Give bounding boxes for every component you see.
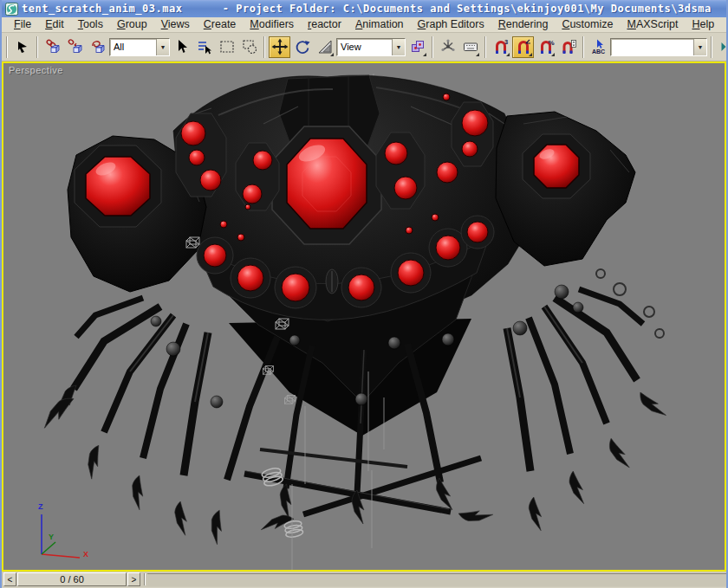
selection-filter-combo[interactable]: All ▼ [109, 38, 170, 56]
spinner-snap-magnet-icon [560, 38, 577, 55]
viewport-label[interactable]: Perspective [9, 65, 63, 75]
black-arrow-icon [14, 38, 31, 55]
svg-text:3: 3 [504, 38, 508, 46]
chevron-down-icon[interactable]: ▼ [392, 39, 405, 55]
menu-graph-editors[interactable]: Graph Editors [411, 17, 491, 32]
scale-icon [316, 38, 334, 55]
select-by-name-icon [196, 38, 213, 55]
time-slider-bar: < 0 / 60 > [2, 572, 726, 587]
unlink-selection-button[interactable] [64, 36, 86, 58]
rotate-arrow-icon [294, 38, 311, 55]
coord-system-value: View [337, 39, 392, 55]
3dsmax-app-icon[interactable] [5, 3, 18, 16]
title-bar: tent_scratch_anim_03.max - Project Folde… [2, 0, 726, 17]
select-and-manipulate-button[interactable] [437, 36, 458, 58]
unlink-selection-icon [67, 38, 84, 55]
menu-rendering[interactable]: Rendering [491, 17, 556, 32]
named-sets-icon: ABC [590, 38, 608, 55]
previous-frame-button[interactable]: < [3, 572, 16, 586]
select-and-rotate-button[interactable] [291, 36, 313, 58]
spider-left-gem [86, 157, 150, 216]
select-and-link-icon [44, 38, 62, 55]
move-arrows-icon [271, 38, 289, 55]
next-frame-button[interactable]: > [127, 572, 140, 586]
menu-maxscript[interactable]: MAXScript [620, 17, 685, 32]
select-and-link-button[interactable] [42, 36, 63, 58]
bind-to-space-warp-icon [89, 38, 107, 55]
time-slider-handle[interactable]: 0 / 60 [17, 572, 127, 586]
toolbar-separator [711, 36, 712, 58]
toolbar-separator [36, 36, 38, 58]
select-and-move-button[interactable] [269, 36, 290, 58]
named-selection-sets-combo[interactable]: ▼ [610, 38, 707, 56]
spider-right-gem [534, 145, 579, 188]
chevron-down-icon[interactable]: ▼ [693, 39, 706, 55]
toolbar-separator [432, 36, 433, 58]
selection-filter-value: All [110, 39, 156, 55]
menu-tools[interactable]: Tools [71, 17, 110, 32]
toolbar-separator [263, 36, 265, 58]
toolbar-separator [582, 36, 584, 58]
menu-animation[interactable]: Animation [348, 17, 411, 32]
spinner-snap-toggle-button[interactable] [557, 36, 579, 58]
toolbar-separator [484, 36, 486, 58]
named-sets-value [611, 39, 693, 55]
menu-group[interactable]: Group [110, 17, 154, 32]
bind-to-space-warp-button[interactable] [87, 36, 108, 58]
mirror-icon [718, 38, 727, 55]
menu-help[interactable]: Help [686, 17, 722, 32]
menu-create[interactable]: Create [197, 17, 244, 32]
menu-edit[interactable]: Edit [38, 17, 71, 32]
angle-snap-toggle-button[interactable] [512, 36, 534, 58]
keyboard-icon [462, 38, 479, 55]
time-slider-divider [144, 573, 146, 585]
rectangular-selection-region-button[interactable] [216, 36, 237, 58]
pivot-center-icon [409, 38, 426, 55]
rect-selection-icon [218, 38, 236, 55]
chevron-down-icon[interactable]: ▼ [156, 39, 169, 55]
toolbar-separator [6, 36, 8, 58]
window-crossing-icon [241, 38, 258, 55]
time-slider-track[interactable] [147, 573, 726, 586]
menu-file[interactable]: File [7, 17, 38, 32]
main-toolbar: All ▼ [2, 33, 726, 61]
use-pivot-point-center-button[interactable] [406, 36, 428, 58]
menu-modifiers[interactable]: Modifiers [243, 17, 301, 32]
select-by-name-button[interactable] [193, 36, 215, 58]
percent-snap-toggle-button[interactable]: % [535, 36, 556, 58]
menu-bar: File Edit Tools Group Views Create Modif… [2, 17, 726, 33]
window-title: tent_scratch_anim_03.max - Project Folde… [22, 3, 712, 15]
axis-x-label: X [83, 550, 88, 559]
axis-z-label: Z [38, 502, 43, 511]
menu-reactor[interactable]: reactor [301, 17, 348, 32]
axis-y-label: Y [49, 533, 54, 541]
menu-customize[interactable]: Customize [555, 17, 620, 32]
toolbar-overflow-arrow-button[interactable] [11, 36, 33, 58]
reference-coordinate-system-combo[interactable]: View ▼ [336, 38, 406, 56]
snaps-magnet-icon: 3 [492, 38, 510, 55]
spider-center-gem [287, 139, 367, 229]
3dsmax-window: tent_scratch_anim_03.max - Project Folde… [0, 0, 728, 588]
perspective-viewport[interactable]: Z X Y Perspective [2, 61, 726, 572]
select-cursor-icon [173, 38, 191, 55]
select-and-scale-button[interactable] [314, 36, 335, 58]
keyboard-shortcut-override-button[interactable] [459, 36, 481, 58]
edit-named-selection-sets-button[interactable]: ABC [588, 36, 609, 58]
window-crossing-toggle-button[interactable] [238, 36, 260, 58]
svg-text:%: % [548, 39, 554, 47]
mirror-button[interactable] [716, 36, 726, 58]
angle-snap-magnet-icon [515, 38, 532, 55]
percent-snap-magnet-icon: % [537, 38, 555, 55]
manipulate-icon [439, 38, 457, 55]
select-object-button[interactable] [171, 36, 192, 58]
snaps-toggle-button[interactable]: 3 [490, 36, 511, 58]
svg-text:ABC: ABC [592, 48, 605, 55]
viewport-canvas: Z X Y [3, 63, 725, 570]
menu-views[interactable]: Views [154, 17, 197, 32]
